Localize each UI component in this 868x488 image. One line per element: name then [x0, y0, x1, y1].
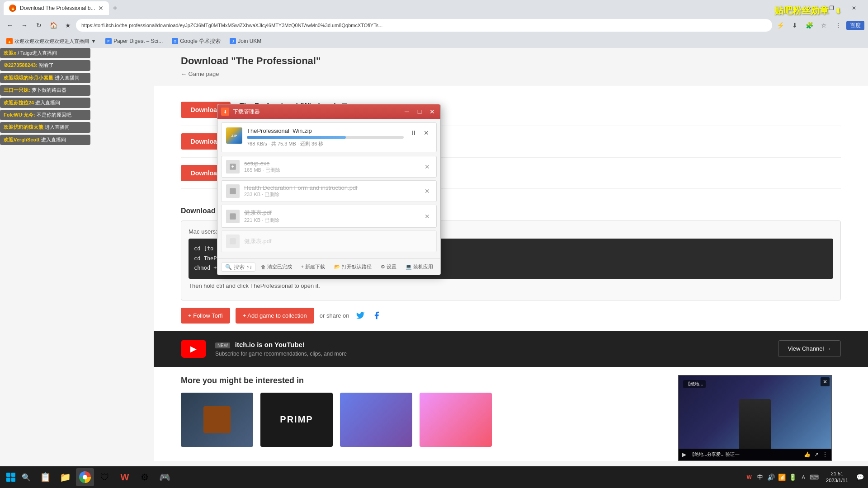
bookmark-4[interactable]: J Join UKM: [227, 37, 264, 45]
taskbar-app-settings[interactable]: ⚙: [136, 468, 154, 486]
notification-icon[interactable]: 💬: [855, 473, 864, 482]
bookmark-button[interactable]: ★: [61, 19, 74, 32]
zip-file-icon: ZIP: [226, 127, 242, 144]
video-control-bar: ▶ 【绝地...分享爱... 验证— 👍 ↗ ⋮: [679, 449, 831, 460]
dm-delete-btn-3[interactable]: ✕: [423, 212, 432, 221]
chat-message-3: 欢迎哦哦的冷月小素量 进入直播间: [0, 73, 90, 83]
dm-apps-button[interactable]: 💻 装机应用: [402, 262, 437, 272]
baidu-button[interactable]: 百度: [846, 21, 864, 30]
dm-progress-bar: [247, 136, 346, 139]
add-collection-button[interactable]: + Add game to collection: [236, 308, 314, 324]
star-icon[interactable]: ☆: [817, 19, 830, 32]
tray-keyboard-icon[interactable]: ⌨: [810, 473, 819, 482]
menu-icon[interactable]: ⋮: [832, 19, 844, 32]
address-bar[interactable]: https://torfi.itch.io/the-professional/d…: [76, 19, 772, 32]
tray-network-icon[interactable]: 📶: [777, 473, 786, 482]
taskbar-search[interactable]: 🔍: [18, 469, 34, 485]
dm-deleted-icon-2: [226, 184, 240, 198]
chat-message-8: 欢迎VergliScott 进入直播间: [0, 135, 90, 145]
follow-button[interactable]: + Follow Torfi: [181, 308, 230, 324]
dm-pause-button[interactable]: ⏸: [408, 127, 419, 138]
dm-minimize-button[interactable]: ─: [402, 107, 411, 116]
taskbar-app-wps[interactable]: W: [116, 468, 134, 486]
dm-settings-button[interactable]: ⚙ 设置: [377, 262, 400, 272]
chat-message-6: FoleWU·允今: 不是你的原因吧: [0, 110, 90, 120]
chat-text-8: 进入直播间: [41, 137, 66, 142]
dm-footer: 🔍 🗑 清空已完成 + 新建下载 📂 打开默认路径 ⚙ 设置 💻 装机应用: [217, 258, 440, 275]
twitter-icon[interactable]: [355, 310, 366, 321]
bookmark-3-icon: G: [172, 38, 178, 44]
youtube-subtitle: Subscribe for game recommendations, clip…: [215, 351, 769, 357]
close-tab-button[interactable]: ✕: [98, 5, 104, 12]
dm-deleted-name-4: 健康表.pdf: [244, 237, 432, 245]
lightning-icon[interactable]: ⚡: [774, 19, 787, 32]
taskbar-app-tool[interactable]: 🛡: [96, 468, 114, 486]
dm-search-input[interactable]: [234, 264, 251, 270]
dm-progress-container: [247, 136, 404, 139]
reload-button[interactable]: ↻: [33, 19, 45, 32]
video-close-button[interactable]: ✕: [821, 377, 830, 386]
dm-clear-completed-button[interactable]: 🗑 清空已完成: [257, 262, 296, 272]
new-tab-button[interactable]: +: [109, 2, 122, 14]
home-button[interactable]: 🏠: [47, 19, 60, 32]
taskbar-app-explorer[interactable]: 📁: [56, 468, 74, 486]
video-like-icon[interactable]: 👍: [804, 451, 811, 458]
video-play-icon[interactable]: ▶: [682, 451, 686, 458]
youtube-play-button[interactable]: [181, 340, 206, 358]
bookmark-2[interactable]: P Paper Digest – Sci...: [103, 37, 165, 45]
tray-wps-icon[interactable]: W: [745, 473, 754, 482]
dm-new-download-button[interactable]: + 新建下载: [297, 262, 329, 272]
url-text: https://torfi.itch.io/the-professional/d…: [81, 23, 398, 28]
clock-date: 2023/1/11: [826, 477, 848, 484]
dm-icon: ⬇: [221, 108, 229, 116]
dm-delete-btn-2[interactable]: ✕: [423, 187, 432, 196]
bookmark-4-icon: J: [230, 38, 236, 44]
tray-sound-icon[interactable]: 🔊: [766, 473, 775, 482]
chat-text-4: 萝卜做的路由器: [32, 87, 66, 93]
game-card-3[interactable]: [340, 393, 412, 447]
taskbar-clock[interactable]: 21:51 2023/1/11: [822, 470, 852, 484]
close-window-button[interactable]: ✕: [844, 1, 864, 15]
bookmark-4-label: Join UKM: [238, 38, 261, 44]
tray-ime-icon[interactable]: A: [799, 473, 808, 482]
chrome-toolbar: ← → ↻ 🏠 ★ https://torfi.itch.io/the-prof…: [0, 16, 868, 34]
facebook-icon[interactable]: [371, 310, 382, 321]
youtube-title: itch.io is on YouTube!: [235, 341, 305, 348]
taskbar-app-steam[interactable]: 🎮: [156, 468, 174, 486]
start-button[interactable]: [4, 470, 18, 484]
chat-name-4: 三口一只妹:: [4, 87, 30, 93]
game-card-2[interactable]: PRIMP: [260, 393, 333, 447]
chat-message-4: 三口一只妹: 萝卜做的路由器: [0, 85, 90, 95]
bookmark-3[interactable]: G Google 学术搜索: [169, 37, 223, 46]
tray-lang-icon[interactable]: 中: [755, 473, 764, 482]
dm-open-path-button[interactable]: 📂 打开默认路径: [330, 262, 375, 272]
back-button[interactable]: ←: [4, 19, 16, 32]
system-tray: W 中 🔊 📶 🔋 A ⌨: [745, 473, 819, 482]
view-channel-button[interactable]: View Channel →: [778, 340, 841, 357]
forward-button[interactable]: →: [18, 19, 31, 32]
game-card-4[interactable]: [420, 393, 492, 447]
video-more-icon[interactable]: ⋮: [822, 451, 828, 458]
tray-battery-icon[interactable]: 🔋: [788, 473, 797, 482]
back-link[interactable]: ← Game page: [181, 70, 219, 77]
dm-active-download: ZIP TheProfessional_Win.zip 768 KB/s · 共…: [221, 122, 437, 152]
chrome-titlebar: 🔥 Download The Professional b... ✕ + ─ ❐…: [0, 0, 868, 16]
taskbar-app-chrome[interactable]: [76, 468, 94, 486]
video-thumbnail-panel: ✕ 【绝地... ▶ 【绝地...分享爱... 验证— 👍 ↗ ⋮: [678, 375, 832, 461]
dm-restore-button[interactable]: □: [415, 107, 424, 116]
video-overlay-text: 【绝地...: [683, 380, 706, 388]
chat-message-1: 欢迎x / Taiga进入直播间: [0, 48, 90, 58]
dm-close-button[interactable]: ✕: [428, 107, 437, 116]
dm-cancel-button[interactable]: ✕: [421, 127, 432, 138]
apps-icon: 💻: [406, 264, 412, 270]
video-share-icon[interactable]: ↗: [814, 451, 819, 458]
taskbar-app-cortana[interactable]: 📋: [36, 468, 54, 486]
game-card-1[interactable]: [181, 393, 253, 447]
dm-delete-btn-1[interactable]: ✕: [423, 162, 432, 171]
download-toolbar-icon[interactable]: ⬇: [788, 19, 801, 32]
active-tab[interactable]: 🔥 Download The Professional b... ✕: [4, 1, 109, 15]
dm-deleted-info-3: 健康表.pdf 221 KB · 已删除: [244, 209, 418, 224]
extension-icon[interactable]: 🧩: [803, 19, 816, 32]
bookmark-1[interactable]: 🔥 欢迎欢迎欢迎欢迎欢迎进入直播间 ▼: [4, 37, 99, 46]
chat-name-2: ②2273588243:: [4, 62, 38, 68]
